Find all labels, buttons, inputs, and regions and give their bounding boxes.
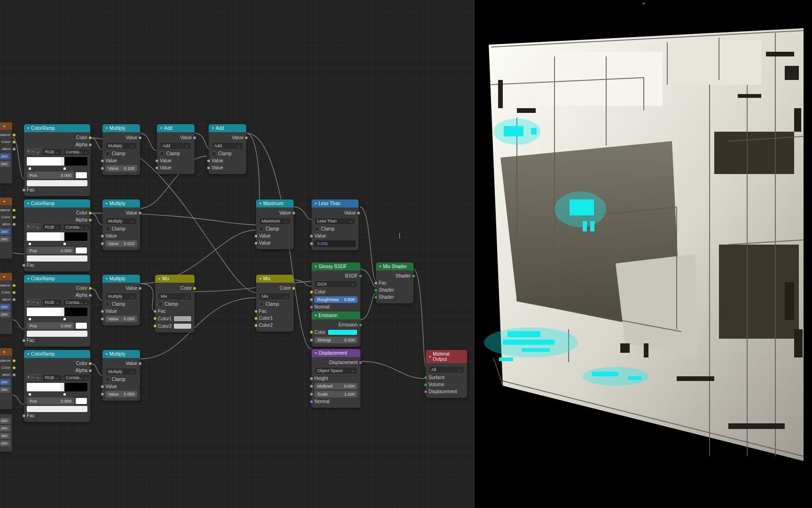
svg-rect-16 [785, 282, 794, 320]
less-than-node[interactable]: Less Than Value Less Than Clamp Value 0.… [312, 199, 359, 250]
ramp-mode-dropdown[interactable]: Consta... [63, 148, 91, 156]
output-socket-alpha[interactable] [88, 143, 92, 147]
svg-point-36 [548, 150, 549, 151]
node-header[interactable] [0, 122, 12, 130]
colorramp-node-3[interactable]: ColorRamp Color Alpha +−⌄RGBConsta... Po… [24, 275, 90, 347]
pos-field[interactable]: Pos0.000 [27, 172, 74, 179]
svg-point-35 [542, 145, 543, 146]
svg-rect-12 [498, 80, 503, 108]
threshold-field[interactable]: 0.005 [314, 240, 356, 247]
text-cursor [399, 233, 400, 238]
node-header[interactable] [0, 348, 12, 356]
node-header[interactable]: ColorRamp [24, 350, 90, 358]
clamp-checkbox[interactable] [105, 151, 110, 156]
svg-point-31 [493, 119, 540, 145]
node-header[interactable] [0, 273, 12, 280]
node-header[interactable]: ColorRamp [24, 275, 90, 283]
add-node-1[interactable]: Add Value Add Clamp Value Value [157, 124, 195, 174]
ramp-add-button[interactable]: + [27, 148, 30, 155]
svg-rect-11 [794, 108, 801, 132]
viewport-3d[interactable]: ◂▸ [475, 0, 812, 508]
svg-rect-7 [672, 40, 761, 85]
area-splitter[interactable]: ◂▸ [475, 0, 812, 7]
emission-color-swatch[interactable] [328, 329, 358, 335]
svg-rect-14 [677, 376, 714, 381]
svg-rect-10 [738, 94, 761, 98]
mix-shader-node[interactable]: Mix Shader Shader Fac Shader Shader [376, 262, 414, 303]
svg-rect-15 [728, 423, 785, 429]
emission-node[interactable]: Emission Emission Color Strengt5.000 [312, 311, 360, 347]
glossy-bsdf-node[interactable]: Glossy BSDF BSDF GGX Color Roughness0.50… [312, 262, 360, 313]
svg-rect-28 [499, 357, 513, 361]
color-ramp-gradient[interactable] [27, 157, 87, 166]
svg-rect-9 [785, 66, 799, 80]
maximum-node[interactable]: Maximum Value Maximum Clamp Value Value [256, 199, 294, 249]
texture-fragment-3[interactable]: stance Color ation 0.000 0.000 [0, 273, 12, 334]
ramp-preview [27, 180, 87, 186]
node-header[interactable]: ColorRamp [24, 199, 90, 207]
svg-marker-3 [616, 254, 698, 357]
node-header[interactable] [0, 198, 12, 205]
svg-rect-13 [517, 108, 536, 113]
svg-point-33 [484, 327, 578, 357]
space-dropdown[interactable]: Object Space [314, 367, 358, 374]
strength-field[interactable]: Strengt5.000 [314, 337, 358, 343]
svg-rect-17 [794, 329, 803, 357]
node-header[interactable]: Multiply [102, 124, 140, 132]
mix-color-node-2[interactable]: Mix Color Mix Clamp Fac Color1 Color2 [256, 275, 294, 332]
colorramp-node-1[interactable]: ColorRamp Color Alpha +−⌄RGBConsta... Po… [24, 124, 90, 196]
render-preview [475, 0, 812, 508]
ramp-stops[interactable] [27, 167, 87, 170]
texture-fragment-4[interactable]: stance Color ation 0.000 0.500 [0, 348, 12, 409]
svg-point-39 [562, 240, 563, 241]
output-socket-color[interactable] [88, 136, 92, 140]
displacement-node[interactable]: Displacement Displacement Object Space H… [312, 349, 360, 408]
svg-rect-8 [766, 52, 794, 56]
distribution-dropdown[interactable]: GGX [314, 280, 358, 288]
svg-rect-18 [620, 343, 630, 353]
multiply-node-2[interactable]: Multiply Value Multiply Clamp Value Valu… [102, 199, 140, 250]
svg-point-34 [583, 367, 648, 386]
target-dropdown[interactable]: All [429, 366, 464, 373]
svg-rect-19 [644, 343, 648, 357]
multiply-node-3[interactable]: Multiply Value Multiply Clamp Value Valu… [102, 275, 140, 325]
node-header[interactable]: ColorRamp [24, 124, 90, 132]
colorramp-node-2[interactable]: ColorRamp Color Alpha +−⌄RGBConsta... Po… [24, 199, 90, 271]
texture-fragment-1[interactable]: stance Color ation 0.000 0.000 [0, 122, 12, 183]
math-op-dropdown[interactable]: Multiply [105, 142, 137, 150]
ramp-interp-dropdown[interactable]: RGB [42, 148, 62, 156]
input-socket-fac[interactable] [22, 188, 26, 192]
svg-point-38 [568, 235, 569, 236]
add-node-2[interactable]: Add Value Add Clamp Value Value [209, 124, 246, 174]
value-field[interactable]: Value0.100 [105, 165, 137, 172]
mix-color-node-1[interactable]: Mix Color Mix Clamp Fac Color1 Color2 [155, 275, 195, 333]
value-fragment[interactable]: 0.000 0.000 0.500 0.000 [0, 414, 12, 452]
material-output-node[interactable]: Material Output All Surface Volume Displ… [426, 350, 467, 398]
svg-point-40 [594, 218, 595, 219]
stop-color-swatch[interactable] [75, 172, 87, 179]
multiply-node-4[interactable]: Multiply Value Multiply Clamp Value Valu… [102, 350, 140, 401]
colorramp-node-4[interactable]: ColorRamp Color Alpha +−⌄RGBConsta... Po… [24, 350, 90, 422]
node-editor[interactable]: stance Color ation 0.000 0.000 stance Co… [0, 0, 475, 508]
ramp-remove-button[interactable]: − [31, 148, 34, 155]
ramp-menu-button[interactable]: ⌄ [36, 148, 40, 155]
roughness-field[interactable]: Roughness0.500 [314, 296, 358, 303]
svg-point-32 [554, 191, 606, 227]
midlevel-field[interactable]: Midlevel0.000 [314, 383, 358, 389]
svg-point-37 [555, 140, 556, 141]
multiply-node-1[interactable]: Multiply Value Multiply Clamp Value Valu… [102, 124, 140, 175]
scale-field[interactable]: Scale1.000 [314, 391, 358, 397]
texture-fragment-2[interactable]: stance Color ation 0.000 0.000 [0, 198, 12, 259]
